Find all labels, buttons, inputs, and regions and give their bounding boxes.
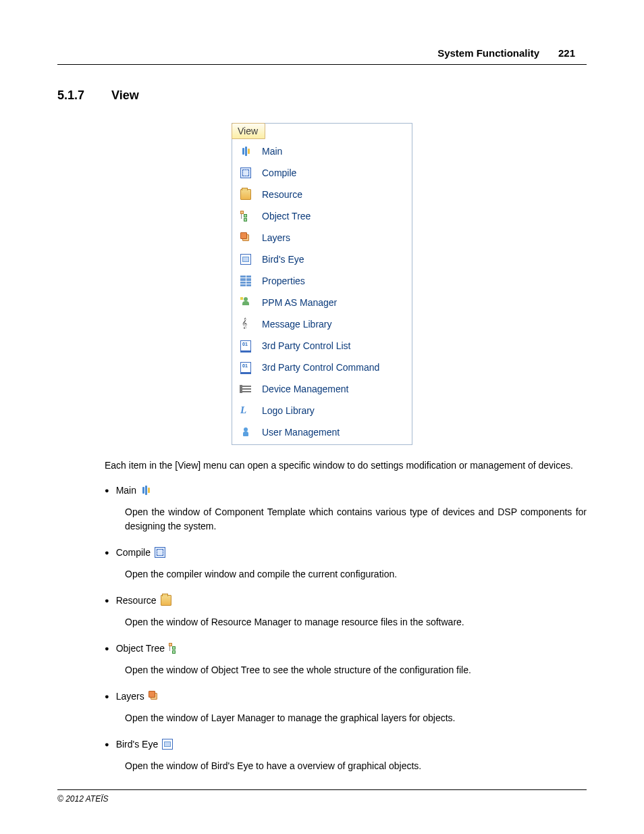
birdseye-icon	[162, 739, 173, 750]
3rd-icon	[236, 340, 255, 351]
layers-icon	[236, 232, 255, 243]
resource-icon	[161, 595, 171, 606]
menu-item-3rd[interactable]: 3rd Party Control Command	[232, 357, 412, 378]
item-name: Resource	[116, 595, 157, 606]
menu-item-label: 3rd Party Control Command	[255, 362, 379, 373]
item-head: ●Object Tree	[105, 643, 587, 654]
bullet-icon: ●	[105, 740, 109, 748]
section-heading: 5.1.7 View	[57, 88, 587, 103]
item-name: Layers	[116, 691, 144, 702]
header-title: System Functionality	[437, 47, 539, 59]
item-head: ●Resource	[105, 595, 587, 606]
item-description: Open the compiler window and compile the…	[125, 567, 587, 581]
item-name: Bird's Eye	[116, 739, 159, 750]
menu-item-ppm[interactable]: PPM AS Manager	[232, 292, 412, 313]
menu-item-layers[interactable]: Layers	[232, 227, 412, 249]
bullet-icon: ●	[105, 486, 109, 494]
menu-item-label: PPM AS Manager	[255, 297, 337, 308]
menu-item-device[interactable]: Device Management	[232, 378, 412, 400]
compile-icon	[155, 547, 165, 558]
ppm-icon	[236, 297, 255, 308]
item-description: Open the window of Resource Manager to m…	[125, 615, 587, 629]
item-name: Main	[116, 485, 136, 496]
main-icon	[140, 485, 151, 496]
footer-copyright: © 2012 ATEÏS	[57, 789, 587, 804]
menu-item-label: 3rd Party Control List	[255, 340, 351, 351]
item-description: Open the window of Layer Manager to mana…	[125, 711, 587, 725]
menu-item-logo[interactable]: LLogo Library	[232, 400, 412, 421]
menu-item-compile[interactable]: Compile	[232, 162, 412, 184]
menu-item-msg[interactable]: Message Library	[232, 313, 412, 335]
menu-item-label: Main	[255, 146, 282, 157]
page-number: 221	[558, 47, 587, 59]
doc-item: ●Resource Open the window of Resource Ma…	[105, 595, 587, 629]
item-head: ●Main	[105, 485, 587, 496]
menu-item-3rd[interactable]: 3rd Party Control List	[232, 335, 412, 357]
bullet-icon: ●	[105, 548, 109, 556]
menu-item-label: Bird's Eye	[255, 254, 304, 265]
doc-item: ●Bird's Eye Open the window of Bird's Ey…	[105, 739, 587, 773]
compile-icon	[236, 167, 255, 178]
doc-item: ●Layers Open the window of Layer Manager…	[105, 691, 587, 725]
item-head: ●Bird's Eye	[105, 739, 587, 750]
menu-item-label: Device Management	[255, 384, 348, 394]
tree-icon	[236, 211, 255, 221]
menu-item-main[interactable]: Main	[232, 140, 412, 162]
menu-title[interactable]: View	[232, 123, 265, 139]
bullet-icon: ●	[105, 644, 109, 652]
menu-item-label: Object Tree	[255, 211, 311, 221]
menu-item-label: Resource	[255, 189, 302, 200]
item-description: Open the window of Object Tree to see th…	[125, 663, 587, 677]
item-description: Open the window of Bird's Eye to have a …	[125, 759, 587, 773]
resource-icon	[236, 189, 255, 200]
item-head: ●Layers	[105, 691, 587, 702]
intro-paragraph: Each item in the [View] menu can open a …	[105, 459, 587, 473]
tree-icon	[169, 643, 180, 654]
menu-item-label: Properties	[255, 276, 305, 286]
view-menu: View MainCompileResourceObject TreeLayer…	[232, 123, 412, 445]
layers-icon	[149, 691, 159, 702]
page-header: System Functionality 221	[57, 47, 587, 65]
item-name: Object Tree	[116, 643, 165, 654]
msg-icon	[236, 319, 255, 330]
menu-item-resource[interactable]: Resource	[232, 184, 412, 205]
device-icon	[236, 384, 255, 394]
menu-item-user[interactable]: User Management	[232, 421, 412, 443]
3rd-icon	[236, 362, 255, 373]
section-number: 5.1.7	[57, 88, 108, 103]
item-name: Compile	[116, 547, 151, 558]
section-title: View	[111, 88, 139, 102]
user-icon	[236, 427, 255, 438]
bullet-icon: ●	[105, 692, 109, 700]
menu-item-props[interactable]: Properties	[232, 270, 412, 292]
menu-item-label: User Management	[255, 427, 340, 438]
props-icon	[236, 276, 255, 286]
menu-item-label: Compile	[255, 167, 296, 178]
logo-icon: L	[236, 405, 255, 416]
main-icon	[236, 146, 255, 157]
doc-item: ●Main Open the window of Component Templ…	[105, 485, 587, 533]
item-head: ●Compile	[105, 547, 587, 558]
menu-screenshot: View MainCompileResourceObject TreeLayer…	[57, 123, 587, 445]
menu-item-label: Layers	[255, 232, 290, 243]
menu-item-label: Message Library	[255, 319, 332, 330]
menu-item-label: Logo Library	[255, 405, 315, 416]
menu-item-birdseye[interactable]: Bird's Eye	[232, 249, 412, 270]
bullet-icon: ●	[105, 596, 109, 604]
menu-item-tree[interactable]: Object Tree	[232, 205, 412, 227]
item-description: Open the window of Component Template wh…	[125, 505, 587, 533]
birdseye-icon	[236, 254, 255, 265]
doc-item: ●Object Tree Open the window of Object T…	[105, 643, 587, 677]
doc-item: ●Compile Open the compiler window and co…	[105, 547, 587, 581]
